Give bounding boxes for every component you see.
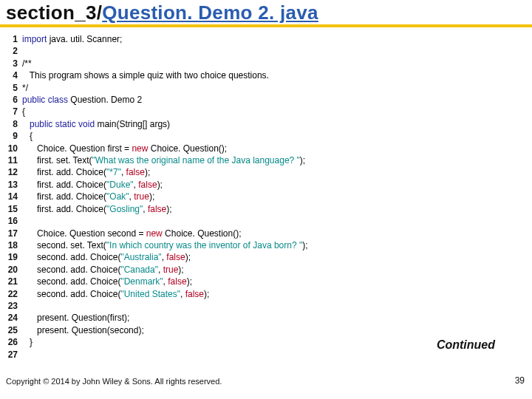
- page-number: 39: [515, 375, 525, 386]
- code-line: 24 present. Question(first);: [6, 312, 526, 324]
- code-line: 7{: [6, 106, 526, 117]
- slide-title: section_3/Question. Demo 2. java: [6, 1, 526, 24]
- line-number: 2: [6, 45, 22, 57]
- code-line: 13 first. add. Choice("Duke", false);: [6, 179, 526, 191]
- code-text: first. add. Choice("Duke", false);: [22, 179, 526, 191]
- code-text: [22, 45, 526, 57]
- code-line: 16: [6, 215, 526, 227]
- line-number: 5: [6, 82, 22, 94]
- code-line: 1import java. util. Scanner;: [6, 33, 526, 45]
- line-number: 21: [6, 276, 22, 287]
- line-number: 16: [6, 215, 22, 227]
- code-text: second. add. Choice("United States", fal…: [22, 288, 526, 300]
- code-line: 2: [6, 45, 526, 57]
- line-number: 13: [6, 179, 22, 191]
- line-number: 8: [6, 118, 22, 130]
- line-number: 3: [6, 58, 22, 69]
- code-line: 20 second. add. Choice("Canada", true);: [6, 264, 526, 276]
- code-line: 23: [6, 300, 526, 312]
- code-line: 3/**: [6, 58, 526, 69]
- code-line: 21 second. add. Choice("Denmark", false)…: [6, 276, 526, 287]
- code-line: 22 second. add. Choice("United States", …: [6, 288, 526, 300]
- line-number: 20: [6, 264, 22, 276]
- code-line: 19 second. add. Choice("Australia", fals…: [6, 251, 526, 263]
- code-text: first. add. Choice("Gosling", false);: [22, 203, 526, 215]
- code-listing: 1import java. util. Scanner;23/**4 This …: [0, 27, 532, 361]
- line-number: 14: [6, 191, 22, 202]
- code-text: present. Question(first);: [22, 312, 526, 324]
- code-line: 12 first. add. Choice("*7", false);: [6, 166, 526, 178]
- code-text: */: [22, 82, 526, 94]
- continued-label: Continued: [437, 338, 495, 352]
- line-number: 27: [6, 349, 22, 361]
- code-line: 15 first. add. Choice("Gosling", false);: [6, 203, 526, 215]
- code-line: 9 {: [6, 130, 526, 142]
- code-line: 18 second. set. Text("In which country w…: [6, 239, 526, 251]
- line-number: 1: [6, 33, 22, 45]
- line-number: 9: [6, 130, 22, 142]
- code-text: first. set. Text("What was the original …: [22, 154, 526, 166]
- line-number: 25: [6, 324, 22, 336]
- code-text: This program shows a simple quiz with tw…: [22, 69, 526, 81]
- code-text: import java. util. Scanner;: [22, 33, 526, 45]
- code-text: [22, 300, 526, 312]
- title-link[interactable]: Question. Demo 2. java: [102, 1, 318, 24]
- code-text: second. add. Choice("Canada", true);: [22, 264, 526, 276]
- line-number: 6: [6, 94, 22, 106]
- line-number: 15: [6, 203, 22, 215]
- code-text: public class Question. Demo 2: [22, 94, 526, 106]
- code-text: first. add. Choice("*7", false);: [22, 166, 526, 178]
- code-text: public static void main(String[] args): [22, 118, 526, 130]
- line-number: 12: [6, 166, 22, 178]
- code-text: second. set. Text("In which country was …: [22, 239, 526, 251]
- code-line: 25 present. Question(second);: [6, 324, 526, 336]
- code-line: 17 Choice. Question second = new Choice.…: [6, 228, 526, 239]
- line-number: 26: [6, 336, 22, 348]
- code-text: first. add. Choice("Oak", true);: [22, 191, 526, 202]
- code-line: 6public class Question. Demo 2: [6, 94, 526, 106]
- code-line: 5*/: [6, 82, 526, 94]
- line-number: 4: [6, 69, 22, 81]
- code-line: 4 This program shows a simple quiz with …: [6, 69, 526, 81]
- code-text: {: [22, 106, 526, 117]
- line-number: 10: [6, 143, 22, 154]
- code-text: {: [22, 130, 526, 142]
- line-number: 18: [6, 239, 22, 251]
- line-number: 7: [6, 106, 22, 117]
- slide-title-bar: section_3/Question. Demo 2. java: [0, 0, 532, 27]
- code-text: [22, 215, 526, 227]
- code-line: 8 public static void main(String[] args): [6, 118, 526, 130]
- line-number: 22: [6, 288, 22, 300]
- code-text: Choice. Question second = new Choice. Qu…: [22, 228, 526, 239]
- line-number: 17: [6, 228, 22, 239]
- code-text: second. add. Choice("Australia", false);: [22, 251, 526, 263]
- code-line: 14 first. add. Choice("Oak", true);: [6, 191, 526, 202]
- code-text: second. add. Choice("Denmark", false);: [22, 276, 526, 287]
- code-line: 11 first. set. Text("What was the origin…: [6, 154, 526, 166]
- line-number: 23: [6, 300, 22, 312]
- line-number: 11: [6, 154, 22, 166]
- code-text: Choice. Question first = new Choice. Que…: [22, 143, 526, 154]
- title-prefix: section_3/: [6, 1, 102, 24]
- code-text: /**: [22, 58, 526, 69]
- code-text: present. Question(second);: [22, 324, 526, 336]
- line-number: 24: [6, 312, 22, 324]
- line-number: 19: [6, 251, 22, 263]
- copyright-text: Copyright © 2014 by John Wiley & Sons. A…: [6, 377, 222, 386]
- code-line: 10 Choice. Question first = new Choice. …: [6, 143, 526, 154]
